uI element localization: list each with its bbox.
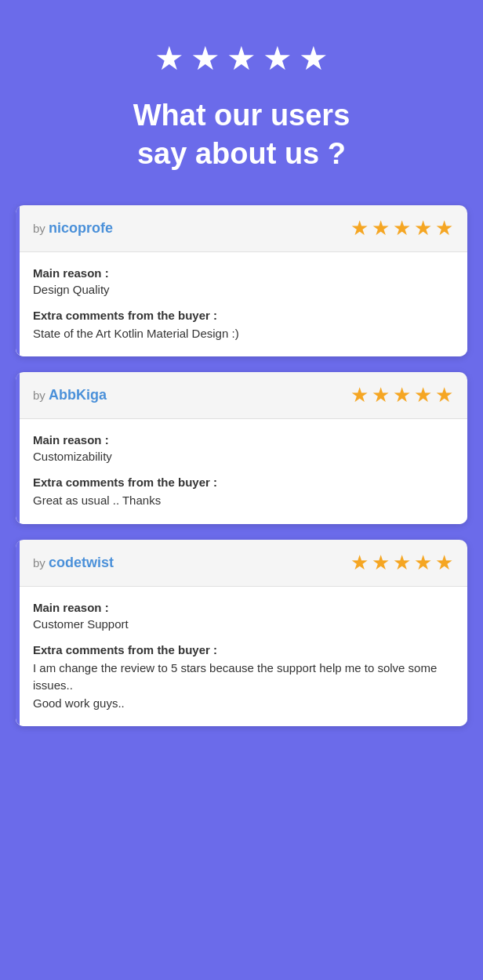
review-star: ★ [435, 383, 453, 407]
review-star: ★ [435, 216, 453, 240]
header-title-line2: say about us ? [137, 137, 346, 170]
review-star: ★ [435, 551, 453, 575]
header-title-line1: What our users [133, 99, 350, 132]
review-card-3: by codetwist ★★★★★ Main reason : Custome… [16, 540, 467, 727]
extra-comments-value: Great as usual .. Thanks [33, 492, 450, 510]
reviewer-byline: by codetwist [33, 555, 114, 571]
header-star-2: ★ [191, 39, 220, 78]
review-star: ★ [372, 383, 390, 407]
review-star: ★ [414, 216, 432, 240]
header-star-1: ★ [154, 39, 184, 78]
review-body: Main reason : Customer Support Extra com… [16, 587, 467, 727]
reviewer-name: codetwist [49, 555, 114, 570]
review-header: by codetwist ★★★★★ [16, 540, 467, 587]
review-star: ★ [350, 216, 369, 240]
main-reason-value: Customer Support [33, 617, 450, 631]
review-body: Main reason : Design Quality Extra comme… [16, 252, 467, 357]
header-section: ★ ★ ★ ★ ★ What our users say about us ? [0, 0, 483, 197]
main-reason-label: Main reason : [33, 601, 450, 614]
main-reason-value: Customizability [33, 450, 450, 463]
review-star: ★ [350, 551, 369, 575]
review-star: ★ [372, 551, 390, 575]
header-star-4: ★ [263, 39, 292, 78]
main-reason-label: Main reason : [33, 266, 450, 280]
review-star: ★ [393, 216, 411, 240]
header-title: What our users say about us ? [133, 96, 350, 174]
header-star-3: ★ [227, 39, 256, 78]
review-star: ★ [393, 551, 411, 575]
reviewer-name: nicoprofe [49, 220, 113, 236]
reviews-section: by nicoprofe ★★★★★ Main reason : Design … [0, 197, 483, 758]
by-label: by [33, 556, 49, 570]
review-star: ★ [414, 551, 432, 575]
reviewer-name: AbbKiga [49, 387, 107, 403]
review-header: by AbbKiga ★★★★★ [16, 372, 467, 419]
review-star: ★ [414, 383, 432, 407]
review-stars: ★★★★★ [350, 551, 453, 575]
review-star: ★ [393, 383, 411, 407]
extra-comments-label: Extra comments from the buyer : [33, 476, 450, 489]
review-star: ★ [372, 216, 390, 240]
extra-comments-label: Extra comments from the buyer : [33, 643, 450, 656]
reviewer-byline: by nicoprofe [33, 220, 113, 237]
review-body: Main reason : Customizability Extra comm… [16, 419, 467, 524]
extra-comments-label: Extra comments from the buyer : [33, 309, 450, 322]
by-label: by [33, 389, 49, 402]
review-card-2: by AbbKiga ★★★★★ Main reason : Customiza… [16, 372, 467, 524]
header-star-5: ★ [299, 39, 329, 78]
by-label: by [33, 222, 49, 235]
extra-comments-value: State of the Art Kotlin Material Design … [33, 325, 450, 343]
review-stars: ★★★★★ [350, 216, 453, 240]
review-card-1: by nicoprofe ★★★★★ Main reason : Design … [16, 205, 467, 357]
header-stars: ★ ★ ★ ★ ★ [154, 39, 329, 78]
main-reason-value: Design Quality [33, 283, 450, 296]
review-stars: ★★★★★ [350, 383, 453, 407]
review-star: ★ [350, 383, 369, 407]
main-reason-label: Main reason : [33, 433, 450, 447]
reviewer-byline: by AbbKiga [33, 387, 107, 403]
review-header: by nicoprofe ★★★★★ [16, 205, 467, 252]
extra-comments-value: I am change the review to 5 stars becaus… [33, 660, 450, 713]
